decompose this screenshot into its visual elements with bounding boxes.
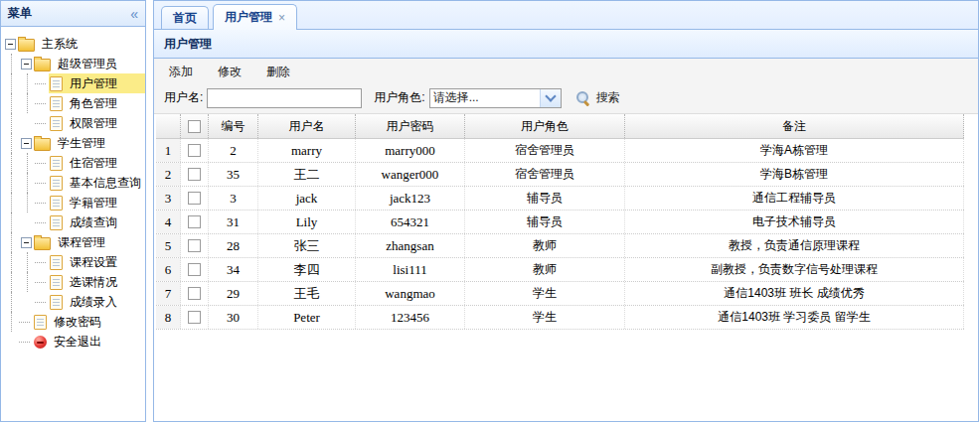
row-checkbox[interactable] xyxy=(188,192,201,205)
tab-close-icon[interactable]: × xyxy=(278,12,285,24)
sidebar-item[interactable]: 超级管理员 xyxy=(1,54,145,73)
sidebar-item[interactable]: 成绩录入 xyxy=(1,292,145,312)
checkbox-cell xyxy=(181,163,209,186)
sidebar-item-body: 权限管理 xyxy=(49,113,145,133)
main-panel: 首页 用户管理 × 用户管理 添加 修改 删除 用户名: 用户角色: xyxy=(153,0,979,422)
tree-indent xyxy=(1,153,17,173)
sidebar-item[interactable]: 选课情况 xyxy=(1,272,145,292)
tree-collapse-icon[interactable] xyxy=(5,39,16,50)
table-row[interactable]: 235王二wanger000宿舍管理员学海B栋管理 xyxy=(156,163,964,187)
remark-cell: 副教授，负责数字信号处理课程 xyxy=(625,258,964,281)
sidebar-item[interactable]: 权限管理 xyxy=(1,113,145,133)
checkbox-cell xyxy=(181,306,209,329)
checkbox-cell xyxy=(181,258,209,281)
sidebar-item[interactable]: 学籍管理 xyxy=(1,193,145,212)
sidebar-item[interactable]: 学生管理 xyxy=(1,133,145,153)
search-button[interactable]: 搜索 xyxy=(575,89,620,106)
table-row[interactable]: 12marrymarry000宿舍管理员学海A栋管理 xyxy=(156,139,964,163)
row-checkbox[interactable] xyxy=(188,239,201,252)
rownum-cell: 2 xyxy=(156,163,181,186)
role-cell: 教师 xyxy=(465,234,625,257)
edit-button[interactable]: 修改 xyxy=(215,62,245,82)
table-row[interactable]: 431Lily654321辅导员电子技术辅导员 xyxy=(156,211,964,234)
tree-connector xyxy=(33,292,49,312)
password-cell: 123456 xyxy=(356,306,465,329)
sidebar-item[interactable]: 角色管理 xyxy=(1,93,145,113)
tree-indent xyxy=(17,173,33,193)
sidebar-item-body: 主系统 xyxy=(17,34,145,54)
id-cell: 28 xyxy=(209,234,258,257)
delete-button[interactable]: 删除 xyxy=(263,62,293,82)
row-checkbox[interactable] xyxy=(188,287,201,300)
id-cell: 3 xyxy=(209,187,258,210)
row-checkbox[interactable] xyxy=(188,144,201,157)
column-header-id[interactable]: 编号 xyxy=(209,114,258,138)
checkbox-cell xyxy=(181,139,209,162)
table-row[interactable]: 830Peter123456学生通信1403班 学习委员 留学生 xyxy=(156,306,964,330)
document-icon xyxy=(34,315,47,330)
select-all-checkbox[interactable] xyxy=(188,120,201,133)
remark-cell: 通信1403班 学习委员 留学生 xyxy=(625,306,964,329)
sidebar-item-label: 修改密码 xyxy=(51,314,104,331)
sidebar-item[interactable]: 课程设置 xyxy=(1,252,145,272)
tree-collapse-icon[interactable] xyxy=(21,237,32,248)
sidebar-item-body: 选课情况 xyxy=(49,272,145,292)
sidebar-item-label: 基本信息查询 xyxy=(67,175,144,192)
tab-user-management[interactable]: 用户管理 × xyxy=(213,4,297,30)
remark-cell: 学海B栋管理 xyxy=(625,163,964,186)
row-checkbox[interactable] xyxy=(188,263,201,276)
sidebar-item[interactable]: 住宿管理 xyxy=(1,153,145,173)
sidebar-item-body: 超级管理员 xyxy=(33,54,145,73)
table-row[interactable]: 634李四lisi111教师副教授，负责数字信号处理课程 xyxy=(156,258,964,282)
row-checkbox[interactable] xyxy=(188,168,201,181)
document-icon xyxy=(50,275,63,290)
document-icon xyxy=(50,255,63,270)
id-cell: 35 xyxy=(209,163,258,186)
chevron-down-icon[interactable] xyxy=(540,89,561,107)
sidebar-item-label: 住宿管理 xyxy=(67,155,120,172)
collapse-panel-icon[interactable]: « xyxy=(130,7,138,21)
sidebar-item[interactable]: 主系统 xyxy=(1,34,145,54)
search-bar: 用户名: 用户角色: 搜索 xyxy=(154,84,978,113)
sidebar-item[interactable]: 基本信息查询 xyxy=(1,173,145,193)
sidebar-item-body: 修改密码 xyxy=(33,312,145,332)
row-checkbox[interactable] xyxy=(188,215,201,228)
column-header-password[interactable]: 用户密码 xyxy=(356,114,465,138)
username-input[interactable] xyxy=(207,88,362,108)
user-table: 编号 用户名 用户密码 用户角色 备注 12marrymarry000宿舍管理员… xyxy=(156,114,964,330)
table-row[interactable]: 528张三zhangsan教师教授，负责通信原理课程 xyxy=(156,234,964,258)
tab-home[interactable]: 首页 xyxy=(161,6,209,29)
sidebar-item[interactable]: 课程管理 xyxy=(1,232,145,252)
search-icon xyxy=(575,90,591,106)
column-header-role[interactable]: 用户角色 xyxy=(465,114,625,138)
tree-collapse-icon[interactable] xyxy=(21,138,32,149)
sidebar-item-body: 角色管理 xyxy=(49,93,145,113)
password-cell: jack123 xyxy=(356,187,465,210)
tab-home-label: 首页 xyxy=(173,10,197,27)
row-checkbox[interactable] xyxy=(188,311,201,324)
document-icon xyxy=(50,156,63,171)
rownum-cell: 6 xyxy=(156,258,181,281)
sidebar-item[interactable]: 安全退出 xyxy=(1,332,145,352)
document-icon xyxy=(50,215,63,230)
table-row[interactable]: 729王毛wangmao学生通信1403班 班长 成绩优秀 xyxy=(156,282,964,306)
role-cell: 学生 xyxy=(465,282,625,305)
role-combobox-value[interactable] xyxy=(430,89,540,107)
password-cell: wanger000 xyxy=(356,163,465,186)
crud-toolbar: 添加 修改 删除 xyxy=(154,59,978,84)
tab-user-management-label: 用户管理 xyxy=(225,9,272,26)
table-row[interactable]: 33jackjack123辅导员通信工程辅导员 xyxy=(156,187,964,211)
tree-indent xyxy=(1,73,17,93)
add-button[interactable]: 添加 xyxy=(166,62,196,82)
column-header-username[interactable]: 用户名 xyxy=(258,114,356,138)
role-cell: 学生 xyxy=(465,306,625,329)
role-combobox[interactable] xyxy=(429,88,562,108)
sidebar-item[interactable]: 修改密码 xyxy=(1,312,145,332)
column-header-remark[interactable]: 备注 xyxy=(625,114,964,138)
tree-collapse-icon[interactable] xyxy=(21,59,32,70)
tree-indent xyxy=(17,93,33,113)
tree-connector xyxy=(33,212,49,232)
sidebar-item-label: 课程管理 xyxy=(55,234,108,251)
sidebar-item-selected[interactable]: 用户管理 xyxy=(1,73,145,93)
sidebar-item[interactable]: 成绩查询 xyxy=(1,212,145,232)
